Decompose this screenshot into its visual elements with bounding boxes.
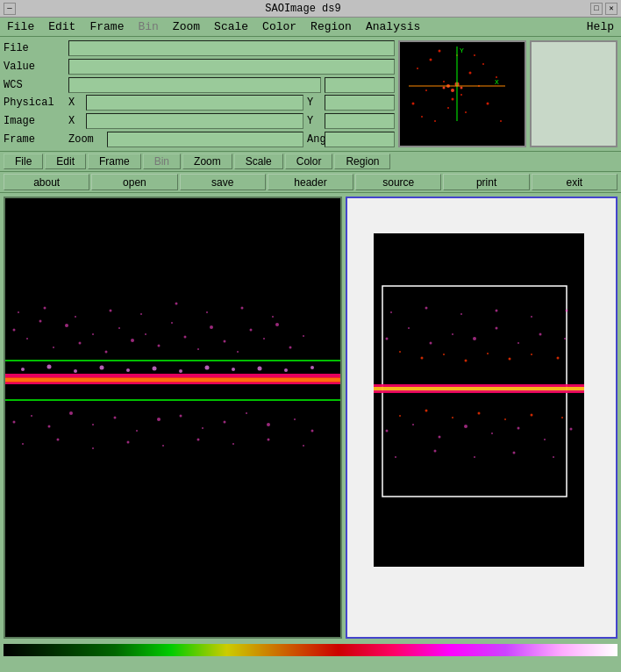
svg-point-49 [184, 336, 187, 339]
menu-analysis[interactable]: Analysis [362, 19, 424, 34]
svg-point-130 [496, 310, 498, 312]
svg-point-54 [250, 329, 253, 332]
svg-point-83 [22, 443, 24, 445]
window-controls[interactable]: ─ [4, 3, 16, 15]
shortcut-about[interactable]: about [4, 174, 89, 190]
menu-region[interactable]: Region [307, 19, 355, 34]
menu-edit[interactable]: Edit [45, 19, 79, 34]
svg-point-53 [237, 351, 239, 353]
shortcut-source[interactable]: source [355, 174, 441, 190]
menu-color[interactable]: Color [259, 19, 300, 34]
image-y-input[interactable] [325, 113, 395, 129]
menu-file[interactable]: File [4, 19, 38, 34]
svg-point-66 [241, 307, 244, 310]
svg-point-47 [158, 345, 161, 347]
svg-point-14 [465, 111, 467, 113]
svg-point-56 [275, 323, 279, 326]
shortcut-open[interactable]: open [91, 174, 177, 190]
image-x-input[interactable] [86, 113, 303, 129]
wcs-label: WCS [4, 79, 65, 91]
maximize-button[interactable]: □ [590, 3, 603, 15]
toolbar-edit[interactable]: Edit [45, 154, 86, 169]
svg-point-152 [561, 417, 563, 418]
svg-point-70 [48, 425, 51, 428]
svg-point-48 [171, 322, 173, 324]
window-controls-right[interactable]: □ ✕ [590, 3, 617, 15]
svg-point-87 [162, 445, 164, 447]
info-row-frame: Frame Zoom Ang [4, 131, 395, 147]
svg-point-20 [474, 54, 475, 56]
svg-point-69 [31, 415, 32, 417]
title-bar: ─ SAOImage ds9 □ ✕ [0, 0, 621, 18]
thumbnail-main: Y X [398, 40, 526, 147]
toolbar-frame[interactable]: Frame [88, 154, 141, 169]
svg-point-96 [126, 368, 130, 372]
physical-label: Physical [4, 97, 65, 109]
svg-point-8 [425, 89, 427, 91]
info-row-wcs: WCS [4, 76, 395, 93]
menu-frame[interactable]: Frame [86, 19, 127, 34]
menu-bin[interactable]: Bin [134, 19, 161, 34]
svg-point-37 [26, 338, 28, 340]
ang-label: Ang [307, 133, 321, 146]
svg-point-72 [92, 424, 94, 425]
svg-point-125 [544, 439, 546, 440]
minimize-button[interactable]: ─ [4, 3, 16, 15]
svg-point-102 [284, 368, 288, 372]
right-image-panel[interactable] [346, 197, 617, 639]
wcs-input2[interactable] [325, 77, 395, 93]
svg-point-120 [412, 424, 414, 425]
svg-point-115 [496, 327, 498, 330]
svg-point-61 [75, 316, 76, 318]
file-label: File [4, 42, 65, 54]
svg-point-139 [421, 357, 424, 360]
svg-point-141 [465, 360, 468, 362]
ang-input[interactable] [325, 132, 395, 147]
image-y-label: Y [307, 115, 321, 127]
svg-point-143 [509, 358, 511, 361]
toolbar-scale[interactable]: Scale [234, 154, 283, 169]
svg-point-24 [460, 87, 463, 89]
wcs-input1[interactable] [68, 77, 321, 93]
svg-point-116 [518, 342, 519, 344]
physical-x-input[interactable] [86, 95, 303, 111]
shortcut-header[interactable]: header [268, 174, 353, 190]
svg-point-121 [439, 436, 441, 439]
info-row-image: Image X Y [4, 113, 395, 130]
svg-point-110 [386, 338, 389, 340]
toolbar-zoom[interactable]: Zoom [182, 154, 232, 169]
file-input[interactable] [68, 40, 395, 56]
left-image-panel[interactable] [4, 197, 342, 639]
toolbar-color[interactable]: Color [285, 154, 333, 169]
svg-point-64 [175, 303, 178, 305]
shortcut-exit[interactable]: exit [532, 174, 617, 190]
shortcut-save[interactable]: save [180, 174, 266, 190]
svg-point-114 [473, 337, 476, 340]
toolbar-bin[interactable]: Bin [143, 154, 181, 169]
svg-point-60 [44, 307, 46, 310]
physical-y-input[interactable] [325, 95, 395, 111]
menu-zoom[interactable]: Zoom [169, 19, 203, 34]
menu-scale[interactable]: Scale [211, 19, 252, 34]
svg-point-101 [258, 367, 262, 371]
value-input[interactable] [68, 59, 395, 75]
info-panel: File Value WCS Physical X Y Image X Y Fr [0, 37, 621, 151]
svg-point-6 [482, 63, 484, 65]
toolbar-file[interactable]: File [4, 154, 43, 169]
svg-rect-0 [400, 42, 525, 146]
svg-point-68 [13, 421, 16, 424]
zoom-input[interactable] [107, 132, 303, 147]
menu-help[interactable]: Help [583, 19, 617, 34]
svg-point-136 [513, 452, 516, 454]
svg-point-18 [434, 120, 436, 122]
close-button[interactable]: ✕ [605, 3, 617, 15]
svg-point-117 [539, 333, 542, 336]
svg-point-133 [395, 456, 396, 458]
svg-point-94 [74, 369, 77, 373]
svg-point-147 [425, 410, 428, 412]
svg-point-17 [500, 120, 502, 122]
svg-point-88 [197, 439, 200, 441]
toolbar-region[interactable]: Region [334, 154, 390, 169]
svg-point-23 [451, 89, 454, 92]
shortcut-print[interactable]: print [443, 174, 529, 190]
